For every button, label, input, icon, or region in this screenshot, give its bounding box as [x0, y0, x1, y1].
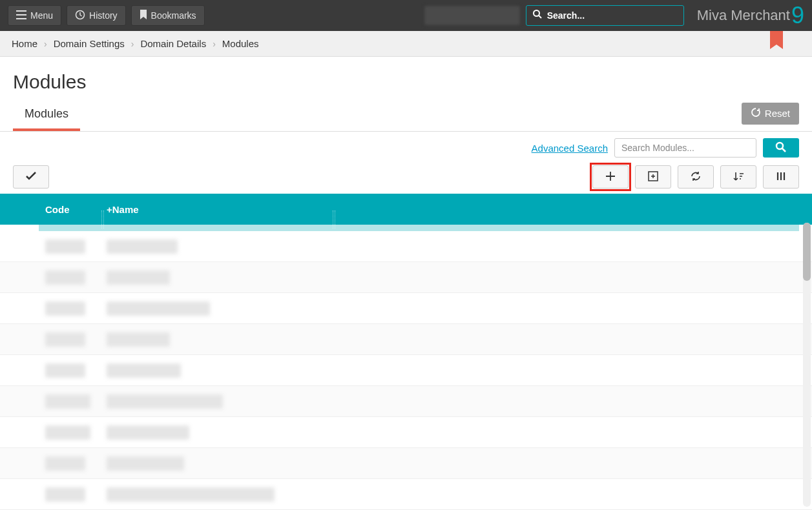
table-row[interactable]	[0, 479, 812, 510]
bookmarks-button[interactable]: Bookmarks	[131, 5, 205, 26]
sort-button[interactable]	[720, 165, 756, 189]
global-search[interactable]	[526, 5, 684, 26]
toolbar-row	[0, 163, 812, 194]
topbar: Menu History Bookmarks Miva Merchant 9	[0, 0, 812, 31]
table-row[interactable]	[0, 448, 812, 479]
column-resize-handle[interactable]	[333, 210, 335, 229]
breadcrumb-domain-settings[interactable]: Domain Settings	[54, 38, 125, 49]
page-title: Modules	[13, 71, 799, 93]
select-all-button[interactable]	[13, 165, 49, 189]
logo: Miva Merchant 9	[697, 7, 804, 24]
reset-icon	[751, 107, 761, 119]
table-row[interactable]	[0, 231, 812, 262]
selection-strip	[39, 225, 799, 231]
page-header: Modules	[0, 57, 812, 99]
history-label: History	[89, 10, 118, 21]
menu-button[interactable]: Menu	[8, 5, 61, 26]
reset-label: Reset	[765, 108, 790, 119]
scrollbar-thumb[interactable]	[803, 223, 811, 281]
global-search-input[interactable]	[547, 10, 677, 21]
advanced-search-link[interactable]: Advanced Search	[532, 143, 608, 154]
breadcrumb-domain-details[interactable]: Domain Details	[140, 38, 206, 49]
svg-point-1	[534, 10, 539, 16]
search-icon	[775, 141, 787, 155]
table-row[interactable]	[0, 324, 812, 355]
tab-modules[interactable]: Modules	[13, 99, 80, 131]
bookmark-icon	[140, 10, 147, 22]
menu-label: Menu	[30, 10, 53, 21]
search-row: Advanced Search	[0, 132, 812, 163]
column-code[interactable]: Code	[45, 204, 107, 215]
breadcrumb-modules[interactable]: Modules	[222, 38, 259, 49]
chevron-right-icon: ›	[213, 39, 216, 49]
table-row[interactable]	[0, 386, 812, 417]
columns-icon	[775, 170, 787, 184]
plus-icon	[605, 170, 616, 184]
breadcrumb-home[interactable]: Home	[12, 38, 37, 49]
plus-box-icon	[647, 170, 659, 184]
table-row[interactable]	[0, 417, 812, 448]
column-resize-handle[interactable]	[101, 210, 104, 229]
column-name[interactable]: +Name	[107, 204, 333, 215]
breadcrumb: Home › Domain Settings › Domain Details …	[0, 31, 812, 57]
logo-version: 9	[791, 8, 804, 23]
columns-button[interactable]	[763, 165, 799, 189]
table-row[interactable]	[0, 355, 812, 386]
check-icon	[25, 172, 37, 183]
table-row[interactable]	[0, 293, 812, 324]
table-body	[0, 225, 812, 510]
table-header: Code +Name	[0, 194, 812, 225]
search-go-button[interactable]	[763, 138, 799, 158]
new-box-button[interactable]	[635, 165, 671, 189]
search-icon	[533, 10, 542, 21]
store-selector[interactable]	[424, 5, 521, 26]
bookmarks-label: Bookmarks	[151, 10, 196, 21]
chevron-right-icon: ›	[131, 39, 134, 49]
chevron-right-icon: ›	[44, 39, 47, 49]
sort-icon	[733, 170, 744, 184]
history-button[interactable]: History	[67, 5, 126, 26]
svg-point-2	[776, 143, 783, 149]
logo-text: Miva Merchant	[697, 7, 790, 24]
add-button[interactable]	[592, 165, 629, 189]
tabs-row: Modules Reset	[0, 99, 812, 132]
search-modules-input[interactable]	[614, 138, 756, 158]
hamburger-icon	[16, 10, 26, 21]
scrollbar-track[interactable]	[803, 223, 811, 507]
bookmark-ribbon-icon[interactable]	[770, 31, 783, 49]
clock-icon	[75, 10, 85, 22]
refresh-button[interactable]	[678, 165, 714, 189]
reset-button[interactable]: Reset	[742, 103, 799, 125]
table-row[interactable]	[0, 262, 812, 293]
refresh-icon	[690, 170, 702, 184]
